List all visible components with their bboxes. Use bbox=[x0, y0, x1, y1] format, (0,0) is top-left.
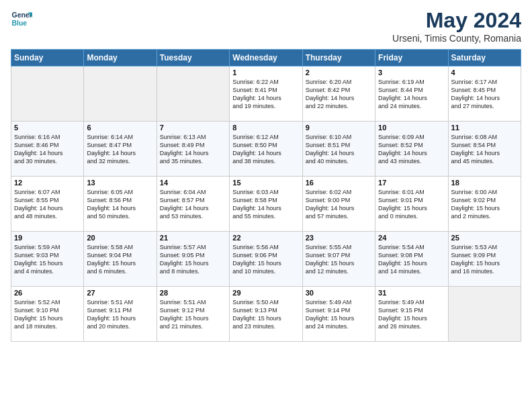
day-info: Sunrise: 6:20 AM Sunset: 8:42 PM Dayligh… bbox=[306, 78, 372, 111]
day-cell: 6Sunrise: 6:14 AM Sunset: 8:47 PM Daylig… bbox=[84, 122, 157, 177]
week-row-2: 5Sunrise: 6:16 AM Sunset: 8:46 PM Daylig… bbox=[11, 122, 521, 177]
day-cell: 31Sunrise: 5:49 AM Sunset: 9:15 PM Dayli… bbox=[375, 287, 448, 342]
col-header-sunday: Sunday bbox=[11, 50, 84, 66]
day-info: Sunrise: 6:10 AM Sunset: 8:51 PM Dayligh… bbox=[306, 133, 372, 166]
day-cell: 20Sunrise: 5:58 AM Sunset: 9:04 PM Dayli… bbox=[84, 232, 157, 287]
day-number: 6 bbox=[87, 124, 153, 132]
day-info: Sunrise: 6:00 AM Sunset: 9:02 PM Dayligh… bbox=[451, 188, 518, 221]
day-cell: 2Sunrise: 6:20 AM Sunset: 8:42 PM Daylig… bbox=[302, 66, 375, 122]
day-info: Sunrise: 5:51 AM Sunset: 9:12 PM Dayligh… bbox=[160, 298, 226, 331]
day-number: 23 bbox=[306, 234, 372, 242]
day-cell: 5Sunrise: 6:16 AM Sunset: 8:46 PM Daylig… bbox=[11, 122, 84, 177]
day-cell: 28Sunrise: 5:51 AM Sunset: 9:12 PM Dayli… bbox=[157, 287, 229, 342]
day-cell: 22Sunrise: 5:56 AM Sunset: 9:06 PM Dayli… bbox=[230, 232, 302, 287]
day-cell: 19Sunrise: 5:59 AM Sunset: 9:03 PM Dayli… bbox=[11, 232, 84, 287]
day-cell: 9Sunrise: 6:10 AM Sunset: 8:51 PM Daylig… bbox=[302, 122, 375, 177]
day-info: Sunrise: 5:49 AM Sunset: 9:15 PM Dayligh… bbox=[378, 298, 445, 331]
day-cell: 11Sunrise: 6:08 AM Sunset: 8:54 PM Dayli… bbox=[448, 122, 521, 177]
logo-icon: General Blue bbox=[11, 8, 32, 30]
week-row-1: 1Sunrise: 6:22 AM Sunset: 8:41 PM Daylig… bbox=[11, 66, 521, 122]
day-cell: 24Sunrise: 5:54 AM Sunset: 9:08 PM Dayli… bbox=[375, 232, 448, 287]
day-number: 28 bbox=[160, 289, 226, 297]
day-cell bbox=[157, 66, 229, 122]
day-cell: 26Sunrise: 5:52 AM Sunset: 9:10 PM Dayli… bbox=[11, 287, 84, 342]
col-header-friday: Friday bbox=[375, 50, 448, 66]
day-cell: 30Sunrise: 5:49 AM Sunset: 9:14 PM Dayli… bbox=[302, 287, 375, 342]
day-info: Sunrise: 5:50 AM Sunset: 9:13 PM Dayligh… bbox=[232, 298, 299, 331]
day-info: Sunrise: 5:53 AM Sunset: 9:09 PM Dayligh… bbox=[451, 243, 518, 276]
day-cell: 8Sunrise: 6:12 AM Sunset: 8:50 PM Daylig… bbox=[230, 122, 302, 177]
day-cell: 15Sunrise: 6:03 AM Sunset: 8:58 PM Dayli… bbox=[230, 177, 302, 232]
header: General Blue May 2024 Urseni, Timis Coun… bbox=[11, 8, 521, 44]
day-number: 27 bbox=[87, 289, 153, 297]
day-cell: 14Sunrise: 6:04 AM Sunset: 8:57 PM Dayli… bbox=[157, 177, 229, 232]
day-cell bbox=[11, 66, 84, 122]
day-info: Sunrise: 5:56 AM Sunset: 9:06 PM Dayligh… bbox=[232, 243, 299, 276]
day-number: 3 bbox=[378, 68, 445, 77]
month-title: May 2024 bbox=[392, 8, 521, 33]
day-cell: 27Sunrise: 5:51 AM Sunset: 9:11 PM Dayli… bbox=[84, 287, 157, 342]
svg-text:Blue: Blue bbox=[12, 19, 28, 27]
day-number: 14 bbox=[160, 179, 226, 187]
day-number: 2 bbox=[306, 68, 372, 77]
col-header-monday: Monday bbox=[84, 50, 157, 66]
day-cell: 17Sunrise: 6:01 AM Sunset: 9:01 PM Dayli… bbox=[375, 177, 448, 232]
day-info: Sunrise: 6:22 AM Sunset: 8:41 PM Dayligh… bbox=[232, 78, 299, 111]
day-number: 22 bbox=[232, 234, 299, 242]
day-number: 17 bbox=[378, 179, 445, 187]
title-block: May 2024 Urseni, Timis County, Romania bbox=[392, 8, 521, 44]
week-row-4: 19Sunrise: 5:59 AM Sunset: 9:03 PM Dayli… bbox=[11, 232, 521, 287]
day-info: Sunrise: 6:03 AM Sunset: 8:58 PM Dayligh… bbox=[232, 188, 299, 221]
day-cell: 3Sunrise: 6:19 AM Sunset: 8:44 PM Daylig… bbox=[375, 66, 448, 122]
day-info: Sunrise: 6:13 AM Sunset: 8:49 PM Dayligh… bbox=[160, 133, 226, 166]
day-number: 11 bbox=[451, 124, 518, 132]
day-number: 8 bbox=[232, 124, 299, 132]
day-number: 13 bbox=[87, 179, 153, 187]
day-info: Sunrise: 6:09 AM Sunset: 8:52 PM Dayligh… bbox=[378, 133, 445, 166]
day-number: 12 bbox=[14, 179, 81, 187]
day-info: Sunrise: 6:08 AM Sunset: 8:54 PM Dayligh… bbox=[451, 133, 518, 166]
day-number: 30 bbox=[306, 289, 372, 297]
day-info: Sunrise: 5:57 AM Sunset: 9:05 PM Dayligh… bbox=[160, 243, 226, 276]
day-info: Sunrise: 6:04 AM Sunset: 8:57 PM Dayligh… bbox=[160, 188, 226, 221]
day-number: 18 bbox=[451, 179, 518, 187]
col-header-wednesday: Wednesday bbox=[230, 50, 302, 66]
day-cell: 18Sunrise: 6:00 AM Sunset: 9:02 PM Dayli… bbox=[448, 177, 521, 232]
day-number: 1 bbox=[232, 68, 299, 77]
day-info: Sunrise: 5:58 AM Sunset: 9:04 PM Dayligh… bbox=[87, 243, 153, 276]
day-info: Sunrise: 6:16 AM Sunset: 8:46 PM Dayligh… bbox=[14, 133, 81, 166]
header-row: SundayMondayTuesdayWednesdayThursdayFrid… bbox=[11, 50, 521, 66]
day-info: Sunrise: 6:19 AM Sunset: 8:44 PM Dayligh… bbox=[378, 78, 445, 111]
day-number: 31 bbox=[378, 289, 445, 297]
day-cell bbox=[448, 287, 521, 342]
day-info: Sunrise: 5:52 AM Sunset: 9:10 PM Dayligh… bbox=[14, 298, 81, 331]
logo: General Blue bbox=[11, 8, 32, 30]
day-cell: 25Sunrise: 5:53 AM Sunset: 9:09 PM Dayli… bbox=[448, 232, 521, 287]
day-number: 26 bbox=[14, 289, 81, 297]
day-info: Sunrise: 6:02 AM Sunset: 9:00 PM Dayligh… bbox=[306, 188, 372, 221]
day-number: 24 bbox=[378, 234, 445, 242]
day-cell: 16Sunrise: 6:02 AM Sunset: 9:00 PM Dayli… bbox=[302, 177, 375, 232]
day-cell: 12Sunrise: 6:07 AM Sunset: 8:55 PM Dayli… bbox=[11, 177, 84, 232]
day-info: Sunrise: 5:51 AM Sunset: 9:11 PM Dayligh… bbox=[87, 298, 153, 331]
calendar-table: SundayMondayTuesdayWednesdayThursdayFrid… bbox=[11, 49, 521, 342]
day-cell: 4Sunrise: 6:17 AM Sunset: 8:45 PM Daylig… bbox=[448, 66, 521, 122]
day-cell: 7Sunrise: 6:13 AM Sunset: 8:49 PM Daylig… bbox=[157, 122, 229, 177]
day-number: 7 bbox=[160, 124, 226, 132]
location-subtitle: Urseni, Timis County, Romania bbox=[392, 33, 521, 44]
day-number: 19 bbox=[14, 234, 81, 242]
col-header-thursday: Thursday bbox=[302, 50, 375, 66]
day-info: Sunrise: 5:54 AM Sunset: 9:08 PM Dayligh… bbox=[378, 243, 445, 276]
week-row-5: 26Sunrise: 5:52 AM Sunset: 9:10 PM Dayli… bbox=[11, 287, 521, 342]
day-info: Sunrise: 5:49 AM Sunset: 9:14 PM Dayligh… bbox=[306, 298, 372, 331]
col-header-saturday: Saturday bbox=[448, 50, 521, 66]
day-info: Sunrise: 5:59 AM Sunset: 9:03 PM Dayligh… bbox=[14, 243, 81, 276]
day-cell: 23Sunrise: 5:55 AM Sunset: 9:07 PM Dayli… bbox=[302, 232, 375, 287]
day-info: Sunrise: 6:12 AM Sunset: 8:50 PM Dayligh… bbox=[232, 133, 299, 166]
day-info: Sunrise: 6:01 AM Sunset: 9:01 PM Dayligh… bbox=[378, 188, 445, 221]
day-info: Sunrise: 6:07 AM Sunset: 8:55 PM Dayligh… bbox=[14, 188, 81, 221]
day-number: 4 bbox=[451, 68, 518, 77]
day-number: 16 bbox=[306, 179, 372, 187]
day-cell: 29Sunrise: 5:50 AM Sunset: 9:13 PM Dayli… bbox=[230, 287, 302, 342]
day-number: 21 bbox=[160, 234, 226, 242]
